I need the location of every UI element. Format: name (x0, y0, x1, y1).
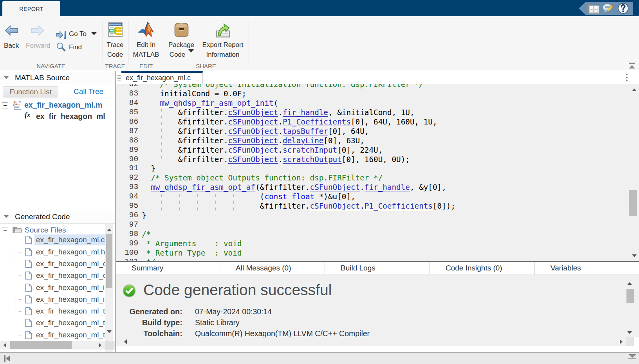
svg-text:fx: fx (25, 112, 31, 119)
svg-text:fx: fx (13, 101, 17, 106)
